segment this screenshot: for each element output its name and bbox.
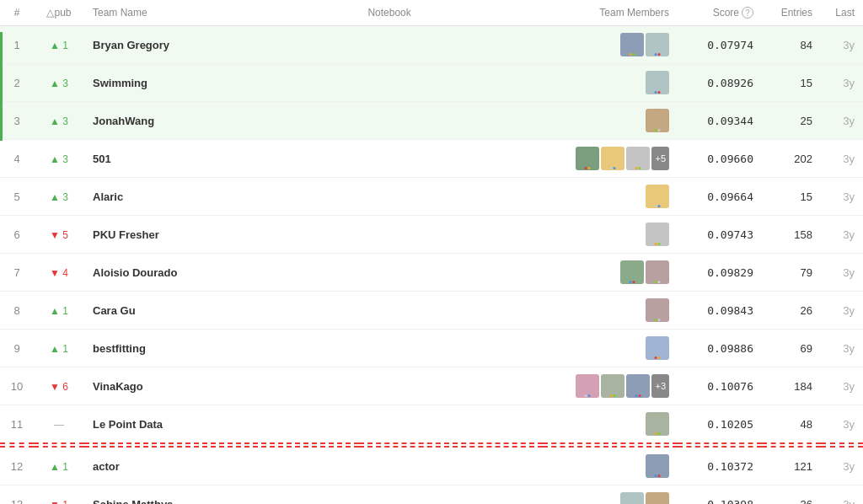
delta-cell: ▼ 5	[34, 216, 84, 254]
col-delta: △pub	[34, 0, 84, 26]
members-cell	[543, 102, 678, 140]
score-cell: 0.09829	[678, 254, 762, 292]
notebook-cell	[359, 140, 543, 178]
avatar	[646, 260, 669, 284]
score-info-icon[interactable]: ?	[742, 7, 753, 19]
rank-cell: 11	[0, 405, 34, 444]
table-row[interactable]: 2 ▲ 3 Swimming 0.08926 15 3y	[0, 64, 863, 102]
col-team-members: Team Members	[543, 0, 678, 26]
delta-cell: ▲ 1	[34, 26, 84, 64]
members-cell	[543, 254, 678, 292]
score-cell: 0.10372	[678, 447, 762, 485]
last-cell: 3y	[821, 405, 863, 444]
table-row[interactable]: 5 ▲ 3 Alaric 0.09664 15 3y	[0, 178, 863, 216]
team-name-cell[interactable]: Alaric	[84, 178, 359, 216]
table-row[interactable]: 7 ▼ 4 Aloisio Dourado 0.09829 79 3y	[0, 254, 863, 292]
delta-down-icon: ▼ 4	[50, 267, 68, 279]
members-cell	[543, 64, 678, 102]
entries-cell: 158	[762, 216, 821, 254]
avatar	[626, 147, 650, 170]
entries-cell: 15	[762, 178, 821, 216]
rank-cell: 1	[0, 26, 34, 64]
team-name-cell[interactable]: Swimming	[84, 64, 359, 102]
avatar	[646, 336, 669, 360]
avatar	[646, 185, 669, 208]
delta-down-icon: ▼ 6	[50, 381, 68, 393]
members-cell	[543, 330, 678, 367]
table-row[interactable]: 12 ▲ 1 actor 0.10372 121 3y	[0, 447, 863, 485]
avatar	[576, 147, 599, 170]
more-members-badge: +5	[651, 147, 669, 170]
score-cell: 0.09743	[678, 216, 762, 254]
team-name-cell[interactable]: PKU Fresher	[84, 216, 359, 254]
team-name-cell[interactable]: Cara Gu	[84, 292, 359, 330]
team-name-cell[interactable]: Sabine Matthys	[84, 485, 359, 505]
table-row[interactable]: 11 — Le Point Data 0.10205 48 3y	[0, 405, 863, 444]
col-notebook: Notebook	[359, 0, 543, 26]
last-cell: 3y	[821, 102, 863, 140]
entries-cell: 25	[762, 102, 821, 140]
delta-cell: ▲ 3	[34, 102, 84, 140]
delta-down-icon: ▼ 5	[50, 229, 68, 241]
notebook-cell	[359, 405, 543, 444]
table-row[interactable]: 1 ▲ 1 Bryan Gregory 0.07974 84 3y	[0, 26, 863, 64]
score-cell: 0.07974	[678, 26, 762, 64]
entries-cell: 184	[762, 367, 821, 405]
avatar	[601, 374, 624, 398]
table-row[interactable]: 4 ▲ 3 501 +5 0.09660 202 3y	[0, 140, 863, 178]
delta-up-icon: ▲ 3	[50, 78, 68, 89]
table-row[interactable]: 8 ▲ 1 Cara Gu 0.09843 26 3y	[0, 292, 863, 330]
delta-up-icon: ▲ 1	[50, 343, 68, 355]
last-cell: 3y	[821, 330, 863, 367]
team-name-cell[interactable]: JonahWang	[84, 102, 359, 140]
table-row[interactable]: 10 ▼ 6 VinaKago +3 0.10076 184 3y	[0, 367, 863, 405]
team-name-cell[interactable]: Aloisio Dourado	[84, 254, 359, 292]
notebook-cell	[359, 330, 543, 367]
entries-cell: 84	[762, 26, 821, 64]
last-cell: 3y	[821, 367, 863, 405]
col-score[interactable]: Score ?	[678, 0, 762, 26]
team-name-cell[interactable]: bestfitting	[84, 330, 359, 367]
team-name-cell[interactable]: actor	[84, 447, 359, 485]
table-row[interactable]: 6 ▼ 5 PKU Fresher 0.09743 158 3y	[0, 216, 863, 254]
delta-cell: ▲ 1	[34, 330, 84, 367]
rank-cell: 6	[0, 216, 34, 254]
last-cell: 3y	[821, 485, 863, 505]
entries-cell: 79	[762, 254, 821, 292]
last-cell: 3y	[821, 254, 863, 292]
avatar	[646, 71, 669, 94]
notebook-cell	[359, 292, 543, 330]
avatar	[626, 374, 650, 398]
more-members-badge: +3	[651, 374, 669, 398]
delta-cell: ▼ 6	[34, 367, 84, 405]
col-entries: Entries	[762, 0, 821, 26]
rank-cell: 3	[0, 102, 34, 140]
members-cell	[543, 26, 678, 64]
delta-cell: ▲ 1	[34, 447, 84, 485]
score-cell: 0.10205	[678, 405, 762, 444]
last-cell: 3y	[821, 140, 863, 178]
team-name-cell[interactable]: Bryan Gregory	[84, 26, 359, 64]
delta-up-icon: ▲ 1	[50, 461, 68, 473]
col-rank: #	[0, 0, 34, 26]
members-cell: +3	[543, 367, 678, 405]
score-label: Score	[713, 7, 739, 19]
col-last: Last	[821, 0, 863, 26]
members-cell	[543, 178, 678, 216]
team-name-cell[interactable]: VinaKago	[84, 367, 359, 405]
table-row[interactable]: 13 ▼ 1 Sabine Matthys 0.10398 36 3y	[0, 485, 863, 505]
col-team-name: Team Name	[84, 0, 359, 26]
members-cell	[543, 216, 678, 254]
delta-cell: ▼ 1	[34, 485, 84, 505]
table-row[interactable]: 3 ▲ 3 JonahWang 0.09344 25 3y	[0, 102, 863, 140]
table-row[interactable]: 9 ▲ 1 bestfitting 0.09886 69 3y	[0, 330, 863, 367]
rank-cell: 10	[0, 367, 34, 405]
notebook-cell	[359, 447, 543, 485]
last-cell: 3y	[821, 447, 863, 485]
team-name-cell[interactable]: Le Point Data	[84, 405, 359, 444]
notebook-cell	[359, 367, 543, 405]
avatar	[646, 412, 669, 436]
rank-cell: 2	[0, 64, 34, 102]
team-name-cell[interactable]: 501	[84, 140, 359, 178]
avatar	[601, 147, 624, 170]
